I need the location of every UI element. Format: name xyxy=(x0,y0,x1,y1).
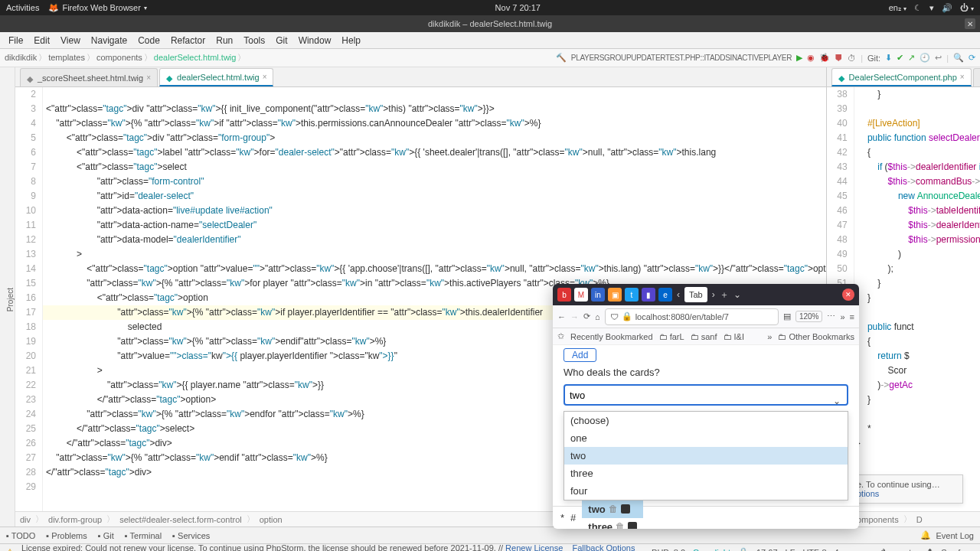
recently-bookmarked[interactable]: Recently Bookmarked xyxy=(570,332,653,341)
zoom-indicator[interactable]: 120% xyxy=(795,311,823,322)
dealer-option[interactable]: three xyxy=(564,465,848,482)
power-icon[interactable]: ⏻ ▾ xyxy=(960,3,974,12)
menu-view[interactable]: View xyxy=(57,34,84,47)
dealer-option[interactable]: two xyxy=(564,447,848,465)
dealer-option[interactable]: (choose) xyxy=(564,412,848,429)
menu-git[interactable]: Git xyxy=(272,34,291,47)
menu-window[interactable]: Window xyxy=(295,34,335,47)
run-config-selector[interactable]: PLAYERSGROUPUPDATERTEST.PHP::ITADDSINACT… xyxy=(571,54,792,62)
browser-tab[interactable]: Tab xyxy=(684,287,707,302)
breadcrumb[interactable]: dikdikdik〉templates〉components〉dealerSel… xyxy=(5,52,247,64)
editor-tab[interactable]: ◆DealerSelectComponent.php× xyxy=(831,68,972,86)
network-icon[interactable]: ▾ xyxy=(929,3,934,13)
activities-button[interactable]: Activities xyxy=(6,3,39,12)
nav-home-icon[interactable]: ⌂ xyxy=(595,312,600,321)
git-history-icon[interactable]: 🕘 xyxy=(920,53,930,63)
bookmarks-overflow-icon[interactable]: » xyxy=(767,332,772,341)
player-chip[interactable]: three 🗑 xyxy=(582,518,643,530)
deploy-icon[interactable]: ⬆ xyxy=(926,547,933,551)
editor-tab[interactable]: ◆_scoreSheet.sheet.html.twig× xyxy=(20,68,158,86)
status-theme[interactable]: Cyan light xyxy=(693,548,730,552)
pinned-tab[interactable]: t xyxy=(625,288,639,302)
nav-reload-icon[interactable]: ⟳ xyxy=(583,311,590,321)
menu-code[interactable]: Code xyxy=(134,34,164,47)
status-php[interactable]: PHP: 8.0 xyxy=(652,548,685,552)
pinned-tab[interactable]: e xyxy=(658,288,672,302)
bookmark-folder[interactable]: 🗀 farL xyxy=(659,332,684,341)
status-caret-pos[interactable]: 17:67 xyxy=(756,548,778,552)
btm-tab-terminal[interactable]: ▪ Terminal xyxy=(125,531,162,540)
input-lang[interactable]: en₂ ▾ xyxy=(889,3,906,13)
status-symfony[interactable]: Symfony xyxy=(941,548,974,552)
bookmark-folder[interactable]: 🗀 sanf xyxy=(691,332,717,341)
new-tab-button[interactable]: ＋ xyxy=(720,289,729,302)
reader-icon[interactable]: ▤ xyxy=(783,311,791,321)
btm-tab-todo[interactable]: ▪ TODO xyxy=(6,531,35,540)
git-rollback-icon[interactable]: ↩ xyxy=(935,53,942,63)
status-encoding[interactable]: UTF-8 xyxy=(802,548,826,552)
stop-icon[interactable]: ◉ xyxy=(807,53,815,63)
clock[interactable]: Nov 7 20:17 xyxy=(147,3,889,12)
menu-help[interactable]: Help xyxy=(338,34,364,47)
overflow-icon[interactable]: » xyxy=(840,312,844,321)
fallback-options-link[interactable]: Fallback Options xyxy=(573,543,635,552)
close-tab-icon[interactable]: × xyxy=(263,73,267,81)
git-update-icon[interactable]: ⬇ xyxy=(885,53,892,63)
tab-prev-icon[interactable]: ‹ xyxy=(677,289,680,300)
build-icon[interactable]: 🔨 xyxy=(556,53,567,63)
btm-tab-git[interactable]: ▪ Git xyxy=(98,531,114,540)
pinned-tab[interactable]: ▣ xyxy=(608,288,622,302)
tab-next-icon[interactable]: › xyxy=(712,289,715,300)
add-button[interactable]: Add xyxy=(564,348,596,362)
coverage-icon[interactable]: ⛊ xyxy=(835,54,843,63)
notification-icon[interactable]: 🔔 xyxy=(920,530,931,540)
close-tab-icon[interactable]: × xyxy=(960,73,965,81)
nav-forward-icon[interactable]: → xyxy=(570,312,579,321)
dealer-select[interactable]: two xyxy=(564,384,848,406)
sync-icon[interactable]: ⟳ xyxy=(969,53,975,63)
status-branch[interactable]: master xyxy=(893,548,920,552)
night-light-icon[interactable]: ☾ xyxy=(914,3,922,13)
menu-edit[interactable]: Edit xyxy=(30,34,54,47)
profile-icon[interactable]: ⏱ xyxy=(848,54,856,63)
firefox-close-button[interactable]: ✕ xyxy=(842,289,854,301)
dealer-option[interactable]: one xyxy=(564,429,848,447)
dealer-option[interactable]: four xyxy=(564,482,848,500)
pinned-tab[interactable]: in xyxy=(591,288,605,302)
menu-run[interactable]: Run xyxy=(212,34,237,47)
hamburger-icon[interactable]: ≡ xyxy=(850,312,854,321)
close-tab-icon[interactable]: × xyxy=(146,73,151,82)
tabs-dropdown-icon[interactable]: ⌄ xyxy=(733,289,741,300)
status-indent[interactable]: 4 spaces xyxy=(835,548,868,552)
toolwindow-project[interactable]: Project xyxy=(6,288,15,311)
editor-tab[interactable]: ◆PlayerDetails.php× xyxy=(973,68,980,86)
page-actions-icon[interactable]: ⋯ xyxy=(827,311,835,321)
url-input[interactable]: 🛡 🔒 localhost:8080/en/table/7 xyxy=(605,308,779,325)
debug-icon[interactable]: 🐞 xyxy=(819,53,830,63)
editor-tab[interactable]: ◆dealerSelect.html.twig× xyxy=(159,68,273,86)
code-area[interactable]: } #[LiveAction] public function selectDe… xyxy=(854,87,980,511)
window-close-button[interactable]: ✕ xyxy=(965,18,975,29)
app-menu[interactable]: 🦊 Firefox Web Browser ▾ xyxy=(48,3,147,13)
menu-refactor[interactable]: Refactor xyxy=(167,34,209,47)
run-icon[interactable]: ▶ xyxy=(796,53,802,63)
git-commit-icon[interactable]: ✔ xyxy=(897,53,903,63)
other-bookmarks[interactable]: 🗀 Other Bookmarks xyxy=(778,332,854,341)
delete-player-icon[interactable]: 🗑 xyxy=(616,521,625,529)
volume-icon[interactable]: 🔊 xyxy=(942,3,952,13)
renew-license-link[interactable]: Renew License xyxy=(505,543,563,552)
menu-navigate[interactable]: Navigate xyxy=(87,34,131,47)
toast-link[interactable]: ptions xyxy=(857,489,955,498)
bookmark-folder[interactable]: 🗀 I&I xyxy=(724,332,745,341)
search-icon[interactable]: 🔍 xyxy=(953,53,964,63)
status-line-ending[interactable]: LF xyxy=(786,548,795,552)
pinned-tab[interactable]: M xyxy=(574,288,588,302)
git-push-icon[interactable]: ↗ xyxy=(908,53,915,63)
pinned-tab[interactable]: b xyxy=(557,288,571,302)
btm-tab-problems[interactable]: ▪ Problems xyxy=(46,531,87,540)
menu-file[interactable]: File xyxy=(5,34,27,47)
pinned-tab[interactable]: ▮ xyxy=(642,288,655,302)
nav-back-icon[interactable]: ← xyxy=(557,312,566,321)
menu-tools[interactable]: Tools xyxy=(240,34,269,47)
btm-tab-services[interactable]: ▪ Services xyxy=(172,531,210,540)
